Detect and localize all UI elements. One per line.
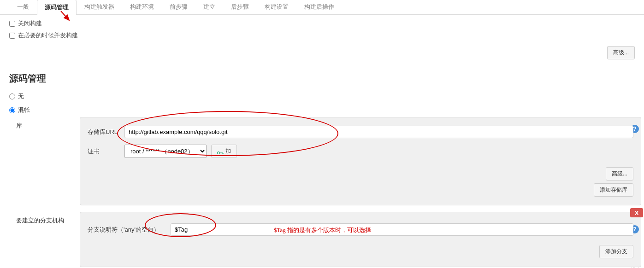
cred-label: 证书 [88,147,124,156]
svg-point-1 [218,151,220,154]
add-cred-label: 加 [225,147,231,155]
chk-concurrent[interactable] [9,33,15,39]
radio-scm-git-label: 混帐 [18,106,30,114]
tab-env[interactable]: 构建环境 [122,0,162,14]
tab-triggers[interactable]: 构建触发器 [77,0,122,14]
branches-label: 要建立的分支机构 [11,212,80,267]
tab-scm[interactable]: 源码管理 [37,0,77,15]
config-tabs: 一般 源码管理 构建触发器 构建环境 前步骤 建立 后步骤 构建设置 构建后操作 [0,0,644,15]
repo-panel: ? 存储库URL 证书 root / ****** （node02） 加 [80,117,641,205]
tab-presteps[interactable]: 前步骤 [162,0,195,14]
delete-branch-button[interactable]: X [630,208,643,217]
tab-build[interactable]: 建立 [195,0,223,14]
tab-settings[interactable]: 构建设置 [257,0,296,14]
chk-concurrent-label: 在必要的时候并发构建 [18,31,78,40]
chk-close-build-label: 关闭构建 [18,19,42,28]
repo-url-label: 存储库URL [88,128,124,136]
tab-poststeps[interactable]: 后步骤 [223,0,257,14]
add-branch-button[interactable]: 添加分支 [599,245,633,258]
radio-scm-git[interactable] [9,107,15,113]
add-repo-button[interactable]: 添加存储库 [594,183,633,197]
branch-spec-input[interactable] [171,223,633,236]
general-options: 关闭构建 在必要的时候并发构建 [0,15,644,44]
branch-spec-label: 分支说明符（'any'的空白） [88,226,171,234]
repo-advanced-button[interactable]: 高级... [606,167,633,181]
key-icon [217,150,224,153]
cred-select[interactable]: root / ****** （node02） [124,145,207,158]
tab-general[interactable]: 一般 [9,0,37,14]
scm-title: 源码管理 [0,64,644,89]
add-credential-button[interactable]: 加 [211,145,237,158]
repo-url-input[interactable] [124,126,633,138]
general-advanced-button[interactable]: 高级... [607,46,635,59]
annotation-tag-note: $Tag 指的是有多个版本时，可以选择 [274,226,371,234]
repos-label: 库 [11,117,80,205]
branch-panel: X ? 分支说明符（'any'的空白） $Tag 指的是有多个版本时，可以选择 … [80,212,641,267]
tab-postbuild[interactable]: 构建后操作 [296,0,342,14]
radio-scm-none-label: 无 [18,92,24,100]
radio-scm-none[interactable] [9,93,15,99]
chk-close-build[interactable] [9,21,15,27]
